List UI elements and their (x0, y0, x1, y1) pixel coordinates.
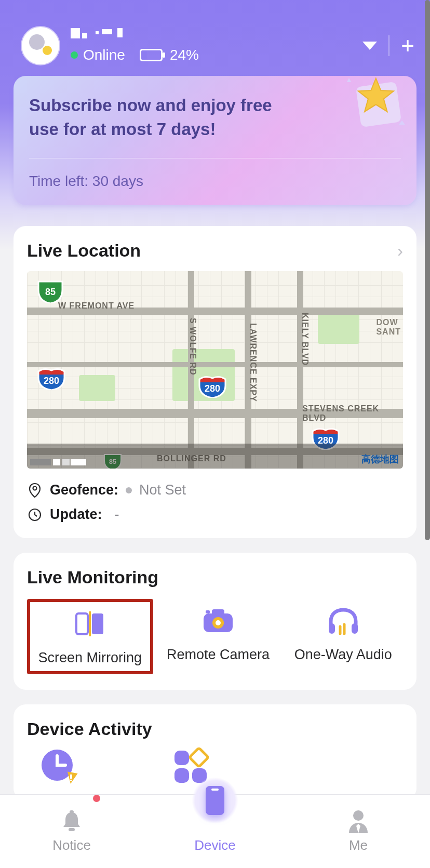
pin-icon (27, 483, 43, 498)
remote-camera-button[interactable]: Remote Camera (158, 599, 278, 674)
map-road-label: S WOLFE RD (188, 318, 197, 375)
map-road-label: STEVENS CREEK BLVD (302, 404, 403, 423)
svg-rect-20 (70, 774, 72, 779)
live-location-title: Live Location (27, 241, 141, 261)
screen-time-icon[interactable] (41, 747, 78, 785)
scrollbar[interactable] (425, 0, 430, 540)
highway-shield-icon: 85 (36, 281, 64, 303)
tab-notice[interactable]: Notice (0, 795, 143, 868)
battery-icon (140, 49, 163, 61)
svg-rect-26 (70, 810, 74, 813)
screen-mirroring-button[interactable]: Screen Mirroring (27, 599, 153, 674)
divider (388, 35, 389, 56)
bell-icon (59, 809, 84, 834)
promo-card[interactable]: Subscribe now and enjoy free use for at … (14, 76, 416, 205)
headphones-icon (326, 606, 361, 635)
live-location-card: Live Location › W FREMONT AVE S WOLFE RD… (14, 226, 416, 538)
map-footer: 高德地图 (27, 444, 403, 469)
status-indicator: Online (71, 47, 125, 63)
battery-indicator: 24% (140, 47, 199, 63)
add-button[interactable]: + (401, 34, 414, 57)
divider (29, 158, 401, 158)
map-road-label: W FREMONT AVE (58, 301, 135, 311)
dropdown-icon[interactable] (362, 42, 377, 50)
clock-icon (27, 507, 43, 523)
map-road-label: LAWRENCE EXPY (248, 323, 258, 402)
device-activity-title: Device Activity (27, 719, 403, 739)
tab-bar: Notice Device Me (0, 794, 430, 868)
promo-title: Subscribe now and enjoy free use for at … (29, 94, 299, 141)
monitor-label: Remote Camera (167, 647, 270, 663)
map-watermark: 高德地图 (361, 453, 399, 465)
tab-label: Me (349, 837, 368, 853)
update-label: Update: (50, 506, 102, 523)
geofence-row[interactable]: Geofence: Not Set (27, 482, 403, 498)
map-attribution (30, 450, 98, 465)
svg-rect-15 (352, 623, 358, 634)
svg-marker-2 (347, 78, 351, 82)
svg-rect-22 (174, 751, 189, 765)
monitor-label: Screen Mirroring (38, 650, 142, 666)
svg-rect-27 (69, 828, 75, 831)
svg-marker-3 (399, 121, 405, 125)
device-fab[interactable] (192, 777, 238, 824)
one-way-audio-button[interactable]: One-Way Audio (283, 599, 403, 674)
map-road-label: KIELY BLVD (300, 313, 310, 366)
tab-label: Notice (52, 837, 91, 853)
svg-rect-21 (70, 780, 72, 781)
svg-rect-14 (329, 623, 335, 634)
svg-rect-7 (92, 613, 103, 634)
live-monitoring-card: Live Monitoring Screen Mirroring (14, 553, 416, 690)
map[interactable]: W FREMONT AVE S WOLFE RD LAWRENCE EXPY K… (27, 271, 403, 469)
svg-rect-25 (190, 748, 209, 767)
map-road-label: DOW SANT (376, 318, 401, 337)
svg-rect-11 (206, 610, 210, 613)
chevron-right-icon[interactable]: › (397, 241, 403, 261)
apps-icon[interactable] (171, 747, 209, 785)
notification-dot-icon (93, 795, 100, 802)
update-value: - (115, 506, 119, 523)
avatar[interactable] (21, 26, 60, 65)
person-icon (347, 809, 370, 834)
update-row: Update: - (27, 506, 403, 523)
star-icon (345, 71, 407, 133)
phone-icon (206, 786, 224, 815)
svg-point-13 (216, 620, 221, 625)
monitor-label: One-Way Audio (294, 647, 392, 663)
svg-rect-6 (76, 613, 88, 634)
status-dot-icon (126, 487, 132, 493)
status-label: Online (83, 47, 125, 63)
online-dot-icon (71, 51, 78, 59)
svg-point-4 (33, 486, 37, 490)
svg-rect-10 (212, 609, 224, 616)
camera-icon (201, 606, 235, 635)
tab-device[interactable]: Device (143, 795, 287, 868)
tab-label: Device (194, 837, 235, 853)
profile-name (71, 28, 128, 43)
promo-time-left: Time left: 30 days (29, 173, 401, 190)
battery-pct: 24% (170, 47, 199, 63)
svg-point-28 (353, 810, 364, 821)
highway-shield-icon: 280 (198, 375, 226, 398)
screen-mirror-icon (71, 609, 109, 638)
highway-shield-icon: 280 (37, 367, 65, 390)
header: Online 24% + (0, 0, 430, 76)
live-monitoring-title: Live Monitoring (27, 567, 403, 587)
geofence-value: Not Set (139, 482, 186, 498)
svg-rect-23 (174, 768, 189, 783)
tab-me[interactable]: Me (287, 795, 430, 868)
geofence-label: Geofence: (50, 482, 118, 498)
